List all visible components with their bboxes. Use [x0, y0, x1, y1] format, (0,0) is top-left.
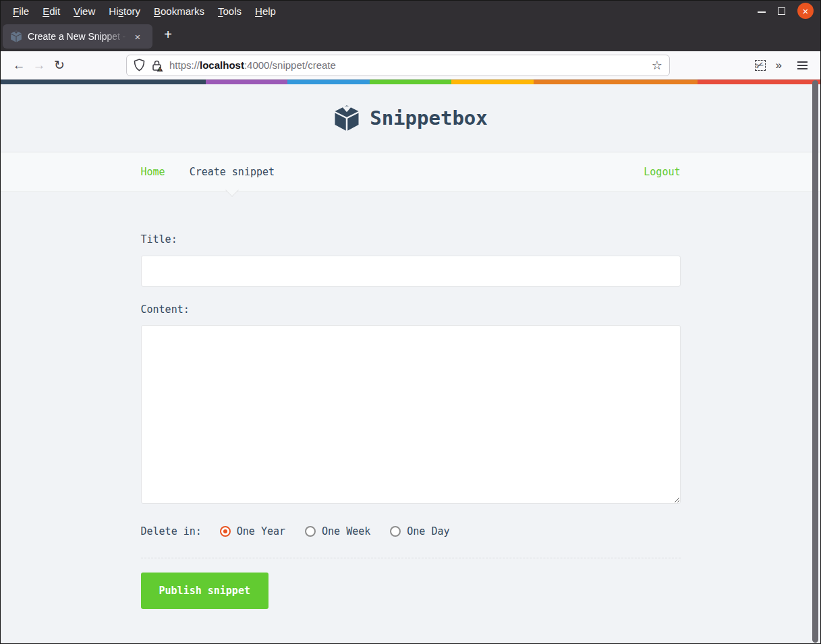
header-color-stripe [1, 80, 820, 84]
site-nav: Home Create snippet Logout [1, 152, 820, 192]
screenshot-icon[interactable]: ✂ [752, 57, 769, 74]
page-content: Snippetbox Home Create snippet Logout Ti… [1, 80, 820, 643]
hamburger-menu-icon[interactable] [792, 55, 812, 76]
tab-close-icon[interactable]: × [130, 29, 145, 44]
content-label: Content: [141, 303, 681, 316]
menu-tools[interactable]: Tools [211, 3, 248, 19]
nav-logout-link[interactable]: Logout [644, 166, 680, 178]
bookmark-star-icon[interactable]: ☆ [650, 58, 664, 73]
radio-unselected-icon [390, 526, 401, 537]
menu-bookmarks[interactable]: Bookmarks [147, 3, 211, 19]
back-icon[interactable]: ← [9, 55, 29, 76]
title-input[interactable] [141, 256, 681, 287]
tab-title: Create a New Snippet - Sn [28, 31, 130, 42]
nav-create-snippet-active: Create snippet [190, 166, 275, 178]
tracking-shield-icon[interactable] [134, 59, 145, 71]
site-title[interactable]: Snippetbox [370, 107, 488, 129]
overflow-chevron-icon[interactable]: » [769, 59, 788, 72]
menu-file[interactable]: File [6, 3, 36, 19]
menu-view[interactable]: View [67, 3, 102, 19]
svg-text:!: ! [159, 67, 161, 71]
page-scrollbar[interactable] [812, 80, 818, 643]
publish-snippet-button[interactable]: Publish snippet [141, 573, 268, 609]
site-header: Snippetbox [1, 84, 820, 152]
browser-window: File Edit View History Bookmarks Tools H… [0, 0, 821, 644]
radio-unselected-icon [305, 526, 316, 537]
menubar: File Edit View History Bookmarks Tools H… [1, 3, 283, 19]
minimize-button[interactable] [758, 7, 766, 14]
url-text: https://localhost:4000/snippet/create [169, 59, 650, 71]
create-snippet-form: Title: Content: Delete in: One Year One … [141, 192, 681, 609]
navigation-toolbar: ← → ↻ ! https://localhost:4000/snippet/c… [1, 51, 820, 80]
tab-create-snippet[interactable]: Create a New Snippet - Sn × [3, 24, 152, 49]
radio-one-year[interactable]: One Year [220, 525, 285, 537]
form-divider [141, 558, 681, 558]
menu-help[interactable]: Help [248, 3, 283, 19]
titlebar: File Edit View History Bookmarks Tools H… [1, 1, 820, 21]
close-icon: × [803, 6, 809, 16]
menu-history[interactable]: History [102, 3, 147, 19]
tab-bar: Create a New Snippet - Sn × + [1, 21, 820, 51]
window-controls: × [758, 3, 820, 19]
new-tab-button[interactable]: + [158, 25, 178, 45]
title-label: Title: [141, 233, 681, 245]
reload-icon[interactable]: ↻ [49, 55, 69, 76]
content-textarea[interactable] [141, 325, 681, 504]
close-window-button[interactable]: × [797, 3, 814, 19]
nav-home-link[interactable]: Home [141, 166, 165, 178]
radio-one-week[interactable]: One Week [305, 525, 370, 537]
maximize-button[interactable] [778, 7, 785, 15]
expires-options-row: Delete in: One Year One Week One Day [141, 525, 681, 537]
forward-icon[interactable]: → [29, 55, 49, 76]
snippetbox-favicon-icon [10, 30, 22, 42]
radio-selected-icon [220, 526, 231, 537]
expires-label: Delete in: [141, 525, 202, 537]
snippetbox-logo-icon [333, 105, 360, 131]
radio-one-day[interactable]: One Day [390, 525, 449, 537]
connection-lock-warning-icon[interactable]: ! [151, 59, 163, 71]
menu-edit[interactable]: Edit [36, 3, 67, 19]
url-bar[interactable]: ! https://localhost:4000/snippet/create … [126, 55, 670, 76]
